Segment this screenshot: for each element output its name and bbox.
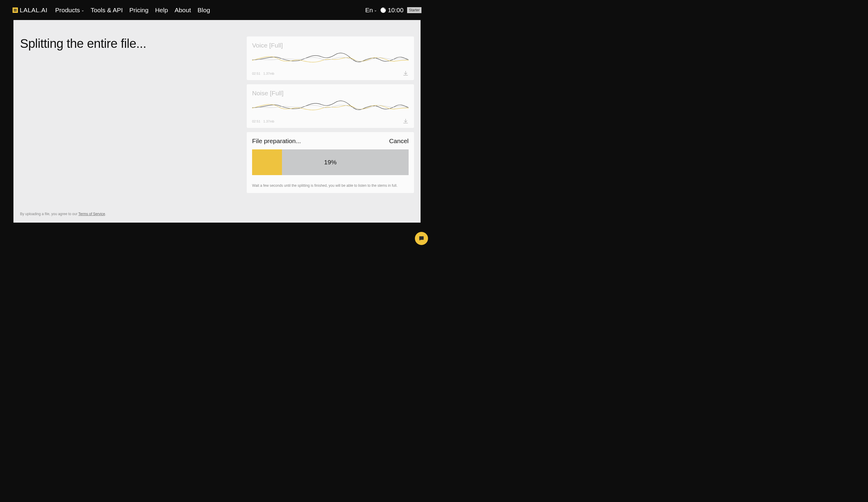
- nav-tools-api[interactable]: Tools & API: [91, 7, 123, 14]
- header: LALAL.AI Products ⌄ Tools & API Pricing …: [0, 0, 434, 20]
- tier-badge[interactable]: Starter: [407, 7, 422, 13]
- terms-suffix: .: [105, 212, 106, 216]
- cancel-button[interactable]: Cancel: [389, 137, 409, 145]
- language-selector[interactable]: En ⌄: [365, 7, 377, 14]
- logo-text: LALAL.AI: [20, 7, 48, 14]
- progress-hint: Wait a few seconds until the splitting i…: [252, 183, 409, 188]
- stem-card-noise: Noise [Full] 02:51 1.37mb: [247, 84, 414, 128]
- waveform-icon: [252, 51, 409, 68]
- nav-help[interactable]: Help: [155, 7, 168, 14]
- stem-title: Voice [Full]: [252, 42, 409, 49]
- progress-bar: 19%: [252, 150, 409, 175]
- time-value: 10:00: [388, 7, 404, 14]
- main-content: Splitting the entire file... By uploadin…: [13, 20, 421, 223]
- nav-blog-label: Blog: [197, 7, 210, 14]
- left-panel: Splitting the entire file... By uploadin…: [20, 37, 235, 216]
- terms-of-service-link[interactable]: Terms of Service: [78, 212, 105, 216]
- page-title: Splitting the entire file...: [20, 37, 235, 51]
- nav-tools-api-label: Tools & API: [91, 7, 123, 14]
- nav-blog[interactable]: Blog: [197, 7, 210, 14]
- chevron-down-icon: ⌄: [81, 8, 84, 12]
- download-icon[interactable]: [403, 118, 409, 124]
- stem-size: 1.37mb: [264, 120, 275, 123]
- progress-card: File preparation... Cancel 19% Wait a fe…: [247, 132, 414, 193]
- nav-pricing[interactable]: Pricing: [129, 7, 148, 14]
- nav-products-label: Products: [55, 7, 80, 14]
- waveform-icon: [252, 99, 409, 116]
- nav-help-label: Help: [155, 7, 168, 14]
- progress-fill: [252, 150, 282, 175]
- language-label: En: [365, 7, 373, 14]
- clock-icon: [381, 8, 386, 13]
- progress-percent: 19%: [324, 159, 337, 166]
- stem-duration: 02:51: [252, 120, 260, 123]
- stem-meta-row: 02:51 1.37mb: [252, 71, 409, 76]
- nav-pricing-label: Pricing: [129, 7, 148, 14]
- stem-title: Noise [Full]: [252, 90, 409, 97]
- main-nav: Products ⌄ Tools & API Pricing Help Abou…: [55, 7, 210, 14]
- terms-prefix: By uploading a file, you agree to our: [20, 212, 78, 216]
- header-right: En ⌄ 10:00 Starter: [365, 7, 422, 14]
- nav-about-label: About: [174, 7, 191, 14]
- stem-size: 1.37mb: [264, 72, 275, 75]
- terms-notice: By uploading a file, you agree to our Te…: [20, 212, 235, 216]
- logo[interactable]: LALAL.AI: [12, 7, 48, 14]
- chat-icon: [418, 235, 425, 242]
- stem-duration: 02:51: [252, 72, 260, 75]
- progress-title: File preparation...: [252, 137, 301, 145]
- stem-meta: 02:51 1.37mb: [252, 120, 274, 123]
- progress-header: File preparation... Cancel: [252, 137, 409, 145]
- minutes-remaining[interactable]: 10:00: [381, 7, 404, 14]
- chevron-down-icon: ⌄: [374, 8, 377, 12]
- download-icon[interactable]: [403, 71, 409, 76]
- logo-mark-icon: [12, 8, 18, 13]
- stem-meta: 02:51 1.37mb: [252, 72, 274, 75]
- right-panel: Voice [Full] 02:51 1.37mb Noise [Full]: [247, 37, 414, 216]
- nav-about[interactable]: About: [174, 7, 191, 14]
- stem-meta-row: 02:51 1.37mb: [252, 118, 409, 124]
- chat-button[interactable]: [415, 232, 428, 245]
- nav-products[interactable]: Products ⌄: [55, 7, 84, 14]
- stem-card-voice: Voice [Full] 02:51 1.37mb: [247, 37, 414, 80]
